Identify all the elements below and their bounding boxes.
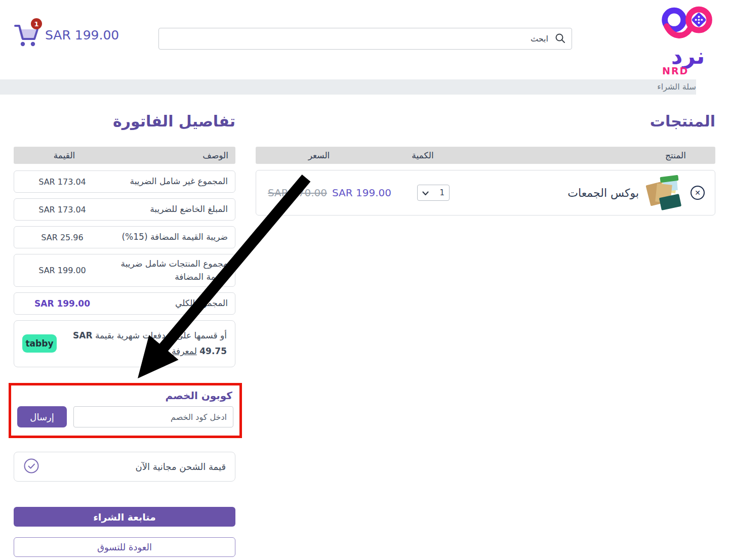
tabby-text: أو قسمها على 4 دفعات شهرية بقيمة SAR 49.… <box>64 328 227 360</box>
checkout-button[interactable]: متابعة الشراء <box>14 507 235 527</box>
invoice-row-total-incl-vat: مجموع المنتجات شامل ضريبة القيمة المضافة… <box>14 254 235 287</box>
invoice-row-grand-total: المجموع الكلي SAR 199.00 <box>14 292 235 315</box>
search-input[interactable] <box>158 28 572 50</box>
invoice-row-value: SAR 173.04 <box>14 177 110 187</box>
quantity-value: 1 <box>439 188 444 197</box>
invoice-row-label: المبلغ الخاضع للضريبة <box>110 200 235 219</box>
cart-widget[interactable]: 1 SAR 199.00 <box>14 22 119 48</box>
header: 1 SAR 199.00 نرد NRD <box>0 0 730 79</box>
logo-mark <box>658 2 718 45</box>
invoice-row-label: المجموع غير شامل الضريبة <box>110 172 235 191</box>
column-header-product: المنتج <box>463 150 715 160</box>
tabby-logo-badge: tabby <box>22 334 57 353</box>
price-cell: SAR 199.00 SAR 370.00 <box>266 187 393 199</box>
search-icon <box>555 33 566 46</box>
tabby-learn-more-link[interactable]: لمعرفة المزيد <box>147 346 197 356</box>
coupon-section-highlight-box: كوبون الخصم إرسال <box>9 383 242 438</box>
coupon-submit-button[interactable]: إرسال <box>17 406 67 427</box>
product-image <box>647 176 682 209</box>
close-icon: ✕ <box>695 189 701 197</box>
logo-latin-text: NRD <box>657 65 719 76</box>
invoice-title: تفاصيل الفاتورة <box>113 112 235 130</box>
column-header-description: الوصف <box>115 150 235 160</box>
check-circle-icon <box>23 458 39 476</box>
search-box <box>158 28 572 50</box>
logo-arabic-text: نرد <box>657 47 719 65</box>
invoice-row-value: SAR 25.96 <box>14 233 110 242</box>
invoice-row-value: SAR 199.00 <box>14 266 110 275</box>
cart-count-badge: 1 <box>31 18 42 29</box>
products-title: المنتجات <box>650 112 715 130</box>
invoice-table-header: الوصف القيمة <box>14 147 235 164</box>
invoice-row-label: مجموع المنتجات شامل ضريبة القيمة المضافة <box>110 254 235 286</box>
remove-item-button[interactable]: ✕ <box>691 186 705 200</box>
invoice-row-taxable-amount: المبلغ الخاضع للضريبة SAR 173.04 <box>14 198 235 221</box>
coupon-code-input[interactable] <box>73 406 233 427</box>
quantity-cell: 1 <box>393 185 474 201</box>
old-price: SAR 370.00 <box>268 187 327 199</box>
invoice-grand-total-value: SAR 199.00 <box>14 298 110 309</box>
invoice-row-label: ضريبة القيمة المضافة (15%) <box>110 228 235 247</box>
coupon-title: كوبون الخصم <box>16 390 232 402</box>
products-table-header: المنتج الكمية السعر <box>256 147 715 164</box>
logo[interactable]: نرد NRD <box>657 2 719 76</box>
invoice-row-vat: ضريبة القيمة المضافة (15%) SAR 25.96 <box>14 226 235 248</box>
quantity-select[interactable]: 1 <box>417 185 450 201</box>
invoice-row-subtotal-excl-tax: المجموع غير شامل الضريبة SAR 173.04 <box>14 170 235 193</box>
column-header-quantity: الكمية <box>382 150 463 160</box>
chevron-down-icon <box>422 188 429 198</box>
current-price: SAR 199.00 <box>332 187 391 199</box>
tabby-installments-widget: أو قسمها على 4 دفعات شهرية بقيمة SAR 49.… <box>14 320 235 367</box>
free-shipping-notice: قيمة الشحن مجانية الآن <box>14 452 235 482</box>
column-header-price: السعر <box>256 150 382 160</box>
cart-total: SAR 199.00 <box>45 28 119 42</box>
tabby-sentence: أو قسمها على 4 دفعات شهرية بقيمة <box>95 330 227 340</box>
breadcrumb: سلة الشراء <box>0 79 696 95</box>
invoice-row-label: المجموع الكلي <box>110 294 235 313</box>
cart-item-row: ✕ بوكس الجمعات 1 SAR 199.00 SAR 370.00 <box>256 170 715 216</box>
back-to-shopping-button[interactable]: العودة للتسوق <box>14 537 235 557</box>
invoice-row-value: SAR 173.04 <box>14 205 110 214</box>
free-shipping-text: قيمة الشحن مجانية الآن <box>136 461 226 472</box>
column-header-value: القيمة <box>14 150 115 160</box>
invoice-rows: المجموع غير شامل الضريبة SAR 173.04 المب… <box>14 170 235 367</box>
cart-icon[interactable]: 1 <box>14 22 40 48</box>
coupon-row: إرسال <box>16 406 234 427</box>
product-name[interactable]: بوكس الجمعات <box>474 187 639 199</box>
